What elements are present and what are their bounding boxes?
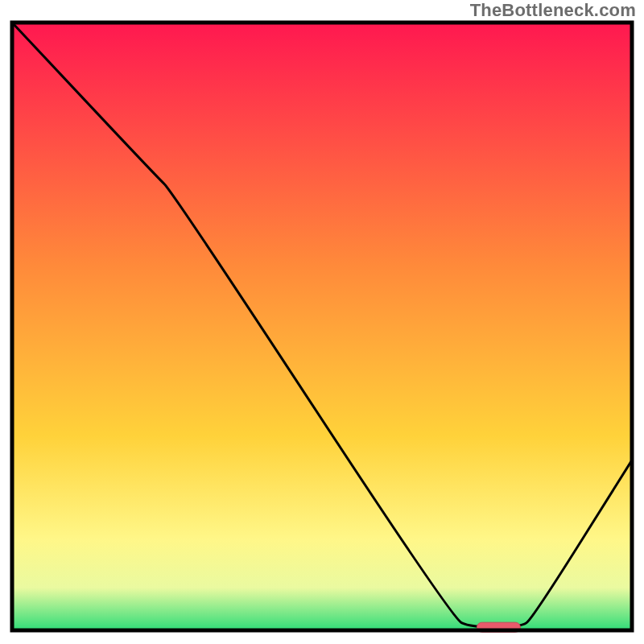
plot-area bbox=[12, 23, 632, 632]
watermark-label: TheBottleneck.com bbox=[470, 0, 636, 21]
chart-stage: TheBottleneck.com bbox=[0, 0, 644, 644]
gradient-background bbox=[12, 23, 632, 630]
bottleneck-chart bbox=[0, 0, 644, 644]
